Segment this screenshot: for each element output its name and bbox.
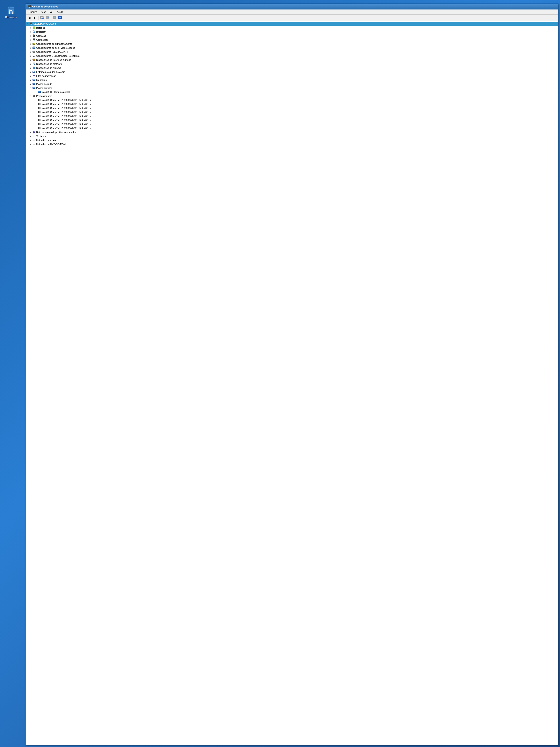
sistema-node[interactable]: ▶ Dispositivos do sistema (26, 66, 558, 70)
impressao-expander[interactable]: ▶ (29, 74, 32, 77)
svg-rect-12 (46, 17, 49, 17)
display-button[interactable] (57, 15, 62, 20)
som-expander[interactable]: ▶ (29, 46, 32, 49)
svg-rect-74 (33, 95, 34, 97)
usb-node[interactable]: ▶ Controladores USB (Universal Serial Bu… (26, 54, 558, 58)
svg-rect-48 (33, 65, 34, 65)
menu-ficheiro[interactable]: Ficheiro (27, 10, 38, 14)
bluetooth-node[interactable]: ▶ Bluetooth (26, 30, 558, 34)
camaras-node[interactable]: ▶ Câmaras (26, 34, 558, 38)
menu-ajuda[interactable]: Ajuda (55, 10, 64, 14)
computador-icon: 🖥️ (32, 38, 35, 42)
ratos-expander[interactable]: ▶ (29, 131, 32, 133)
root-node[interactable]: ▼ 🖥️ DESKTOP-9UGS768 (26, 22, 558, 26)
processadores-expander[interactable]: ▼ (29, 95, 32, 97)
menu-acao[interactable]: Ação (39, 10, 48, 14)
display-icon (32, 78, 35, 81)
cpu4-icon (38, 110, 41, 113)
cpu1-icon (38, 98, 41, 102)
baterias-node[interactable]: ▶ 🔋 Baterias (26, 26, 558, 30)
cpu2-label: Intel(R) Core(TM) i7-3630QM CPU @ 2.40GH… (42, 103, 91, 105)
teclados-expander[interactable]: ▶ (29, 135, 32, 137)
svg-rect-68 (33, 87, 35, 88)
monitores-node[interactable]: ▶ Monitores (26, 78, 558, 82)
disk-icon: — (32, 138, 35, 142)
audio-expander[interactable]: ▶ (29, 70, 32, 73)
dvd-node[interactable]: ▶ — Unidades de DVD/CD-ROM (26, 142, 558, 146)
hid-node[interactable]: ▶ Dispositivos de interface humana (26, 58, 558, 62)
svg-rect-102 (39, 127, 40, 129)
monitores-expander[interactable]: ▶ (29, 78, 32, 81)
cpu8-node[interactable]: ▶ Intel(R) Core(TM) i7-3630QM CPU @ 2.40… (26, 126, 558, 130)
cpu2-node[interactable]: ▶ Intel(R) Core(TM) i7-3630QM CPU @ 2.40… (26, 102, 558, 106)
software-expander[interactable]: ▶ (29, 62, 32, 65)
cpu1-node[interactable]: ▶ Intel(R) Core(TM) i7-3630QM CPU @ 2.40… (26, 98, 558, 102)
back-button[interactable]: ◀ (27, 15, 32, 20)
forward-button[interactable]: ▶ (32, 15, 37, 20)
usb-expander[interactable]: ▶ (29, 54, 32, 57)
svg-rect-59 (33, 81, 34, 81)
cpu7-node[interactable]: ▶ Intel(R) Core(TM) i7-3630QM CPU @ 2.40… (26, 122, 558, 126)
cpu3-icon (38, 106, 41, 110)
audio-node[interactable]: ▶ Entradas e saídas de áudio (26, 70, 558, 74)
ratos-node[interactable]: ▶ Ratos e outros dispositivos apontadore… (26, 130, 558, 134)
computador-node[interactable]: ▶ 🖥️ Computador (26, 38, 558, 42)
cpu4-node[interactable]: ▶ Intel(R) Core(TM) i7-3630QM CPU @ 2.40… (26, 110, 558, 114)
camera-icon (32, 34, 35, 37)
cpu3-node[interactable]: ▶ Intel(R) Core(TM) i7-3630QM CPU @ 2.40… (26, 106, 558, 110)
menu-ver[interactable]: Ver (48, 10, 55, 14)
graficas-node[interactable]: ▼ Placas gráficas (26, 86, 558, 90)
computador-expander[interactable]: ▶ (29, 38, 32, 41)
window-icon: 🖥️ (28, 5, 31, 8)
armazenamento-expander[interactable]: ▶ (29, 42, 32, 45)
properties-button[interactable]: ? (39, 15, 45, 20)
som-node[interactable]: ▶ Controladores de som, vídeo e jogos (26, 46, 558, 50)
cpu4-label: Intel(R) Core(TM) i7-3630QM CPU @ 2.40GH… (42, 111, 91, 113)
ide-label: Controladores IDE ATA/ATAPI (36, 51, 68, 53)
svg-rect-26 (33, 43, 35, 45)
svg-rect-37 (33, 51, 34, 52)
baterias-expander[interactable]: ▶ (29, 26, 32, 29)
ide-expander[interactable]: ▶ (29, 50, 32, 53)
sistema-label: Dispositivos do sistema (36, 67, 61, 69)
impressao-label: Filas de impressão (36, 75, 56, 77)
ide-node[interactable]: ▶ Controladores IDE ATA/ATAPI (26, 50, 558, 54)
cpu6-node[interactable]: ▶ Intel(R) Core(TM) i7-3630QM CPU @ 2.40… (26, 118, 558, 122)
svg-point-29 (34, 43, 35, 44)
svg-rect-94 (39, 111, 40, 112)
svg-rect-54 (33, 75, 35, 76)
impressao-node[interactable]: ▶ Filas de impressão (26, 74, 558, 78)
graficas-expander[interactable]: ▼ (29, 86, 32, 89)
hd4000-node[interactable]: ▶ Intel(R) HD Graphics 4000 (26, 90, 558, 94)
device-tree[interactable]: ▼ 🖥️ DESKTOP-9UGS768 ▶ 🔋 Baterias ▶ (26, 21, 558, 745)
svg-rect-41 (33, 59, 34, 60)
root-expander[interactable]: ▼ (26, 22, 29, 25)
armazenamento-node[interactable]: ▶ Controladores de armazenamento (26, 42, 558, 46)
rede-expander[interactable]: ▶ (29, 82, 32, 85)
hid-expander[interactable]: ▶ (29, 58, 32, 61)
sistema-expander[interactable]: ▶ (29, 67, 32, 69)
usb-label: Controladores USB (Universal Serial Bus) (36, 54, 80, 57)
teclados-node[interactable]: ▶ — Teclados (26, 134, 558, 138)
software-node[interactable]: ▶ Dispositivos de software (26, 62, 558, 66)
cpu5-node[interactable]: ▶ Intel(R) Core(TM) i7-3630QM CPU @ 2.40… (26, 114, 558, 118)
camaras-expander[interactable]: ▶ (29, 34, 32, 37)
rede-label: Placas de rede (36, 83, 52, 85)
bluetooth-expander[interactable]: ▶ (29, 30, 32, 33)
desktop: Reciclagem 🖥️ Gestor de Dispositivos Fic… (0, 0, 560, 747)
recycle-bin[interactable]: Reciclagem (4, 5, 18, 19)
software-icon (32, 62, 35, 66)
cpu6-label: Intel(R) Core(TM) i7-3630QM CPU @ 2.40GH… (42, 119, 91, 122)
svg-rect-98 (39, 120, 40, 121)
disco-node[interactable]: ▶ — Unidades de disco (26, 138, 558, 142)
processadores-node[interactable]: ▼ (26, 94, 558, 98)
disco-expander[interactable]: ▶ (29, 138, 32, 141)
cpu-icon (32, 94, 35, 98)
bluetooth-label: Bluetooth (36, 30, 46, 33)
rede-node[interactable]: ▶ Placas de rede (26, 82, 558, 86)
scan-hardware-button[interactable] (52, 15, 57, 20)
hd4000-label: Intel(R) HD Graphics 4000 (42, 91, 70, 93)
dvd-expander[interactable]: ▶ (29, 143, 32, 146)
bluetooth-icon (32, 30, 35, 33)
update-driver-button[interactable] (45, 15, 50, 20)
